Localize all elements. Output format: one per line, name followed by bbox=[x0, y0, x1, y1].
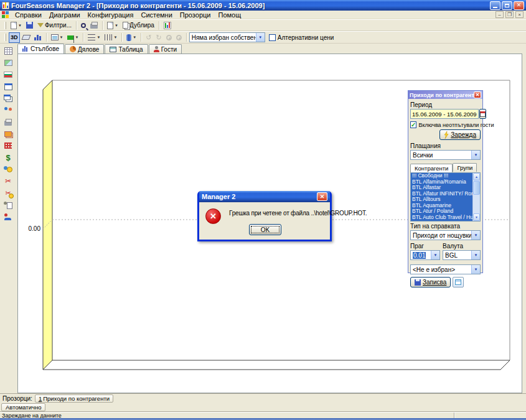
tab-pie[interactable]: Дялове bbox=[65, 44, 104, 54]
scroll-up-icon[interactable]: ▲ bbox=[473, 173, 480, 180]
status-bar: Зареждане на данните bbox=[0, 412, 526, 418]
legend-button[interactable]: ▼ bbox=[49, 32, 65, 43]
list-item[interactable]: BTL Auto Club Travel / Hunga bbox=[411, 215, 472, 221]
new-document-icon bbox=[11, 22, 17, 29]
mdi-restore-button[interactable]: ❐ bbox=[505, 11, 514, 18]
copy-button[interactable]: ▼ bbox=[105, 20, 120, 30]
cards-button[interactable] bbox=[2, 129, 14, 139]
menu-diagrami[interactable]: Диаграми bbox=[45, 11, 84, 19]
filters-button[interactable]: Филтри... bbox=[35, 20, 73, 30]
scroll-down-icon[interactable]: ▼ bbox=[473, 213, 480, 221]
error-dialog[interactable]: Manager 2 ✕ ✕ Грешка при четене от файла… bbox=[197, 191, 332, 241]
toolbar-grip[interactable] bbox=[4, 22, 6, 29]
vertical-grid-button[interactable]: ▼ bbox=[103, 32, 119, 43]
minimize-button[interactable] bbox=[490, 1, 500, 10]
panel-titlebar[interactable]: Приходи по контрагенти ✕ bbox=[408, 91, 482, 99]
guest-stats-button[interactable] bbox=[2, 212, 14, 222]
tab-contractors[interactable]: Контрагенти bbox=[410, 164, 453, 173]
language-button[interactable] bbox=[2, 70, 14, 80]
scroll-thumb[interactable] bbox=[473, 181, 480, 195]
report-type-combobox[interactable]: Приходи от нощувки ▼ bbox=[410, 230, 481, 240]
close-button[interactable]: ✕ bbox=[514, 1, 524, 10]
duplicate-icon bbox=[123, 22, 128, 29]
list-item[interactable]: BTL Alfastar bbox=[411, 185, 472, 191]
duplicate-button[interactable]: Дублира bbox=[121, 20, 156, 30]
dialog-titlebar[interactable]: Manager 2 ✕ bbox=[199, 191, 330, 202]
marks-button[interactable]: ▼ bbox=[65, 32, 80, 43]
chart-button[interactable] bbox=[162, 20, 173, 30]
list-item[interactable]: BTL Atur / Poland bbox=[411, 208, 472, 215]
alt-prices-checkbox[interactable] bbox=[269, 34, 276, 41]
owner-combobox[interactable]: Няма избран собственици ▼ bbox=[189, 32, 265, 42]
list-item[interactable]: BTL bbox=[411, 220, 472, 222]
menu-pomosht[interactable]: Помощ bbox=[214, 11, 245, 19]
cut-payment-button[interactable]: ✂ bbox=[2, 188, 14, 198]
left-sidebar: $ ✂ ✂ bbox=[0, 45, 16, 393]
template-combobox[interactable]: <Не е избран> ▼ bbox=[410, 264, 481, 274]
mdi-close-button[interactable]: × bbox=[515, 11, 524, 18]
payments-combobox[interactable]: Всички ▼ bbox=[410, 150, 481, 160]
list-item[interactable]: BTL Alltours bbox=[411, 197, 472, 203]
availability-button[interactable] bbox=[2, 141, 14, 151]
dialog-close-button[interactable]: ✕ bbox=[317, 192, 327, 201]
print-button[interactable] bbox=[88, 20, 100, 30]
cancel-button[interactable]: ✂ bbox=[2, 176, 14, 186]
period-field[interactable]: 15.06.2009 - 15.06.2009 bbox=[410, 109, 479, 119]
tab-guests[interactable]: Гости bbox=[149, 44, 182, 54]
window-copy-button[interactable] bbox=[2, 93, 14, 103]
tab-columns[interactable]: Стълбове bbox=[17, 44, 64, 54]
window-titlebar[interactable]: FourSeasons Manager 2 - [Приходи по конт… bbox=[0, 0, 526, 11]
window-button[interactable] bbox=[2, 82, 14, 91]
list-item[interactable]: BTL Alfatur INFINITY/ Romani bbox=[411, 191, 472, 197]
restore-button[interactable] bbox=[502, 1, 512, 10]
rotate-right-icon: ↻ bbox=[156, 34, 162, 42]
automatic-button[interactable]: Автоматично bbox=[1, 403, 45, 411]
include-guests-checkbox[interactable]: ✓ bbox=[410, 121, 416, 128]
calendar-button[interactable] bbox=[479, 109, 486, 119]
report-parameters-panel[interactable]: Приходи по контрагенти ✕ Период 15.06.20… bbox=[408, 90, 483, 273]
list-item[interactable]: !!! Свободни !!! bbox=[411, 173, 472, 179]
menu-prozorci[interactable]: Прозорци bbox=[176, 11, 215, 19]
save-button[interactable] bbox=[24, 20, 35, 30]
mini-bars-button[interactable] bbox=[32, 32, 44, 43]
contractors-listbox[interactable]: !!! Свободни !!! BTL Alfamina/Romania BT… bbox=[410, 172, 481, 222]
print-folder-button[interactable] bbox=[2, 117, 14, 127]
print-preview-button[interactable] bbox=[79, 20, 88, 30]
save-report-button[interactable]: Записва bbox=[410, 277, 451, 287]
window-tab-button[interactable]: 1 Приходи по контрагенти bbox=[35, 394, 113, 403]
export-image-button[interactable] bbox=[2, 58, 14, 68]
rotate-plane-button[interactable] bbox=[21, 32, 32, 43]
toggle-3d-button[interactable]: 3D bbox=[9, 32, 20, 43]
tab-groups[interactable]: Групи bbox=[453, 163, 477, 172]
room-plan-button[interactable] bbox=[2, 46, 14, 56]
auto-bar: Автоматично bbox=[0, 403, 526, 412]
tab-table[interactable]: Таблица bbox=[105, 44, 148, 54]
threshold-combobox[interactable]: 0.01 ▼ bbox=[410, 250, 440, 260]
horizontal-grid-button[interactable]: ▼ bbox=[86, 32, 102, 43]
menu-spravki[interactable]: Справки bbox=[11, 11, 45, 19]
filter-icon bbox=[37, 23, 44, 27]
guests-button[interactable] bbox=[2, 105, 14, 115]
table-view-button[interactable] bbox=[453, 277, 464, 287]
new-report-button[interactable]: ▼ bbox=[9, 20, 24, 30]
mdi-minimize-button[interactable]: – bbox=[495, 11, 504, 18]
bar-style-button[interactable]: ▼ bbox=[124, 32, 138, 43]
ok-button[interactable]: OK bbox=[249, 224, 281, 235]
rotate-right-button: ↻ bbox=[154, 32, 164, 43]
currency-button[interactable]: $ bbox=[2, 152, 14, 162]
menu-konfiguracia[interactable]: Конфигурация bbox=[84, 11, 138, 19]
guest-card-button[interactable] bbox=[2, 200, 14, 210]
list-item[interactable]: BTL Aquamarine bbox=[411, 203, 472, 209]
menu-sistemni[interactable]: Системни bbox=[137, 11, 176, 19]
printer-icon bbox=[4, 121, 12, 126]
separator bbox=[121, 33, 122, 42]
list-item[interactable]: BTL Alfamina/Romania bbox=[411, 179, 472, 185]
chevron-down-icon: ▼ bbox=[18, 24, 22, 27]
panel-close-button[interactable]: ✕ bbox=[474, 91, 481, 98]
payments-button[interactable] bbox=[2, 164, 14, 174]
load-button[interactable]: Зарежда bbox=[439, 129, 481, 140]
list-scrollbar[interactable]: ▲ ▼ bbox=[472, 173, 480, 221]
currency-combobox[interactable]: BGL ▼ bbox=[443, 250, 481, 260]
close-icon: ✕ bbox=[476, 93, 480, 98]
toolbar-grip[interactable] bbox=[4, 34, 6, 41]
